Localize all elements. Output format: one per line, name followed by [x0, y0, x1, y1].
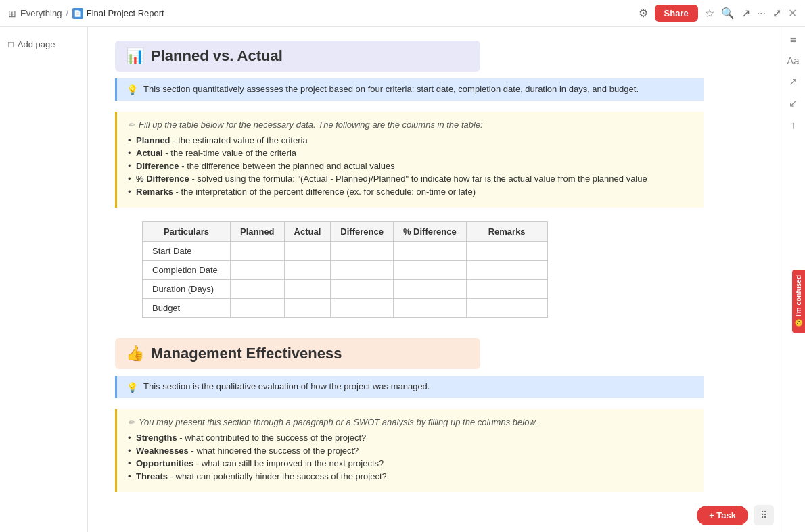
list-item: Difference - the difference between the … — [128, 161, 693, 171]
list-item: Strengths - what contributed to the succ… — [128, 433, 693, 443]
bold-threats: Threats — [136, 471, 168, 481]
grid-icon[interactable]: ⊞ — [8, 8, 16, 19]
instruction-list: Planned - the estimated value of the cri… — [128, 135, 693, 197]
star-icon[interactable]: ☆ — [705, 7, 714, 20]
td-budget: Budget — [143, 299, 231, 318]
bold-strengths: Strengths — [136, 433, 177, 443]
bold-weaknesses: Weaknesses — [136, 445, 189, 456]
bold-remarks: Remarks — [136, 187, 173, 197]
rest-weaknesses: - what hindered the success of the proje… — [191, 445, 359, 456]
td-diff-budget[interactable] — [331, 299, 394, 318]
left-sidebar: □ Add page — [0, 27, 88, 532]
td-remarks-completion[interactable] — [466, 261, 547, 280]
td-actual-completion[interactable] — [284, 261, 331, 280]
table-row: Budget — [143, 299, 548, 318]
search-icon[interactable]: 🔍 — [721, 7, 735, 20]
right-sidebar: ≡ Aa ↗ ↙ ↑ 🙁 I'm confused — [781, 27, 805, 532]
list-item: Actual - the real-time value of the crit… — [128, 148, 693, 158]
pencil-icon: ✏ — [128, 120, 135, 130]
rest-planned: - the estimated value of the criteria — [172, 135, 307, 145]
td-pct-budget[interactable] — [393, 299, 466, 318]
td-remarks-budget[interactable] — [466, 299, 547, 318]
management-info-text: This section is the qualitative evaluati… — [143, 381, 430, 391]
td-actual-start[interactable] — [284, 242, 331, 261]
align-icon[interactable]: ≡ — [790, 34, 796, 45]
td-diff-start[interactable] — [331, 242, 394, 261]
table-row: Start Date — [143, 242, 548, 261]
bottom-bar: + Task ⠿ — [697, 505, 774, 525]
breadcrumb-doc[interactable]: 📄 Final Project Report — [72, 8, 164, 19]
list-item: Weaknesses - what hindered the success o… — [128, 445, 693, 456]
rest-remarks: - the interpretation of the percent diff… — [176, 187, 476, 197]
table-row: Duration (Days) — [143, 280, 548, 299]
list-item: Opportunities - what can still be improv… — [128, 458, 693, 468]
confused-badge[interactable]: 🙁 I'm confused — [792, 270, 805, 333]
instruction-header-text: Fill up the table below for the necessar… — [139, 120, 483, 130]
management-instruction-box: ✏ You may present this section through a… — [115, 409, 704, 492]
management-instruction-list: Strengths - what contributed to the succ… — [128, 433, 693, 481]
rest-actual: - the real-time value of the criteria — [165, 148, 296, 158]
bold-planned: Planned — [136, 135, 170, 145]
arrow-up-icon[interactable]: ↗ — [789, 76, 798, 88]
td-pct-completion[interactable] — [393, 261, 466, 280]
topbar: ⊞ Everything / 📄 Final Project Report ⚙ … — [0, 0, 805, 27]
bold-opportunities: Opportunities — [136, 458, 193, 468]
td-diff-duration[interactable] — [331, 280, 394, 299]
td-completion-date: Completion Date — [143, 261, 231, 280]
th-actual: Actual — [284, 222, 331, 242]
confused-label[interactable]: I'm confused — [795, 275, 802, 316]
th-planned: Planned — [231, 222, 285, 242]
text-size-icon[interactable]: Aa — [787, 55, 799, 66]
breadcrumb-everything[interactable]: Everything — [20, 8, 62, 18]
td-pct-start[interactable] — [393, 242, 466, 261]
close-icon[interactable]: ✕ — [788, 7, 797, 20]
add-page-button[interactable]: □ Add page — [0, 35, 87, 53]
doc-icon: 📄 — [72, 8, 83, 19]
doc-title[interactable]: Final Project Report — [87, 8, 164, 18]
add-page-label[interactable]: Add page — [18, 39, 55, 49]
planned-info-box: 💡 This section quantitatively assesses t… — [115, 78, 704, 101]
planned-info-text: This section quantitatively assesses the… — [143, 84, 639, 94]
settings-icon[interactable]: ⚙ — [639, 7, 648, 20]
td-planned-duration[interactable] — [231, 280, 285, 299]
arrow-down-icon[interactable]: ↙ — [789, 97, 798, 110]
add-icon: □ — [8, 39, 14, 49]
task-button[interactable]: + Task — [697, 506, 748, 525]
management-instruction-header: ✏ You may present this section through a… — [128, 417, 693, 427]
td-planned-completion[interactable] — [231, 261, 285, 280]
topbar-right: ⚙ Share ☆ 🔍 ↗ ··· ⤢ ✕ — [639, 5, 797, 22]
rest-opportunities: - what can still be improved in the next… — [196, 458, 384, 468]
expand-icon[interactable]: ⤢ — [773, 7, 781, 20]
share-button[interactable]: Share — [655, 5, 698, 22]
pencil-icon-2: ✏ — [128, 418, 135, 427]
td-planned-start[interactable] — [231, 242, 285, 261]
td-actual-duration[interactable] — [284, 280, 331, 299]
more-icon[interactable]: ··· — [757, 7, 766, 20]
grid-dots-button[interactable]: ⠿ — [754, 505, 774, 525]
breadcrumb-separator: / — [66, 9, 68, 18]
everything-label[interactable]: Everything — [20, 8, 62, 18]
th-particulars: Particulars — [143, 222, 231, 242]
td-remarks-start[interactable] — [466, 242, 547, 261]
management-info-box: 💡 This section is the qualitative evalua… — [115, 376, 704, 398]
list-item: Remarks - the interpretation of the perc… — [128, 187, 693, 197]
list-item: % Difference - solved using the formula:… — [128, 174, 693, 184]
lightbulb-icon: 💡 — [127, 84, 138, 95]
layout: □ Add page 📊 Planned vs. Actual 💡 This s… — [0, 27, 805, 532]
td-diff-completion[interactable] — [331, 261, 394, 280]
rest-difference: - the difference between the planned and… — [181, 161, 395, 171]
td-planned-budget[interactable] — [231, 299, 285, 318]
rest-pctdiff: - solved using the formula: "(Actual - P… — [191, 174, 647, 184]
td-start-date: Start Date — [143, 242, 231, 261]
table-container: Particulars Planned Actual Difference % … — [142, 221, 754, 318]
td-pct-duration[interactable] — [393, 280, 466, 299]
upload-icon[interactable]: ↑ — [791, 119, 796, 130]
td-actual-budget[interactable] — [284, 299, 331, 318]
bold-pctdiff: % Difference — [136, 174, 189, 184]
td-remarks-duration[interactable] — [466, 280, 547, 299]
rest-strengths: - what contributed to the success of the… — [179, 433, 366, 443]
chart-icon: 📊 — [126, 47, 144, 65]
td-duration: Duration (Days) — [143, 280, 231, 299]
export-icon[interactable]: ↗ — [741, 7, 750, 20]
th-difference: Difference — [331, 222, 394, 242]
